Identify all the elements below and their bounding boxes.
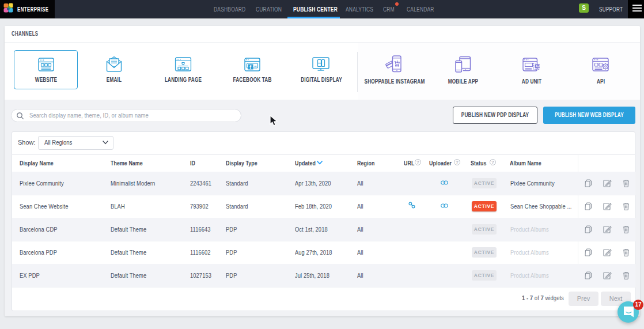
- svg-text:Ad: Ad: [536, 65, 540, 68]
- svg-text:f: f: [249, 65, 251, 70]
